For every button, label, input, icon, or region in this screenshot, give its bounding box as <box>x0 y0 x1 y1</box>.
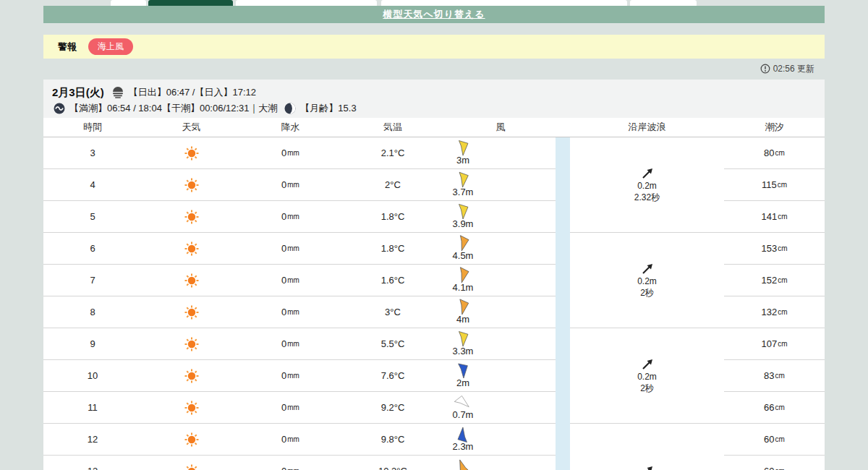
tide-unit: cm <box>778 181 787 189</box>
precip-unit: mm <box>287 181 299 189</box>
time-cell: 13 <box>43 456 142 470</box>
wave-icon <box>54 103 65 114</box>
precip-cell: 0mm <box>241 328 340 360</box>
tide-unit: cm <box>775 467 785 470</box>
time-cell: 7 <box>43 265 142 296</box>
table-row: 13 0mm 10.2°C <box>43 456 825 470</box>
temp-cell: 5.5°C <box>340 328 446 360</box>
switch-layout-link[interactable]: 横型天気へ切り替える <box>383 8 485 21</box>
precip-value: 0 <box>281 434 286 445</box>
sunset-icon <box>111 86 124 99</box>
time-cell: 8 <box>43 296 142 328</box>
time-cell: 12 <box>43 424 142 456</box>
divider-band <box>556 424 570 456</box>
tide-cell: 152cm <box>724 265 825 296</box>
temp-cell: 7.6°C <box>340 360 446 392</box>
top-tab[interactable] <box>630 0 697 6</box>
weather-cell <box>142 456 241 470</box>
tide-cell: 141cm <box>724 201 825 233</box>
sunny-icon <box>184 305 199 320</box>
precip-cell: 0mm <box>241 360 340 392</box>
time-cell: 4 <box>43 169 142 201</box>
top-tab-strip <box>0 0 868 6</box>
top-tab[interactable] <box>381 0 627 6</box>
precip-unit: mm <box>287 149 299 157</box>
wave-cell <box>570 265 724 296</box>
table-header: 時間 天気 降水 気温 風 沿岸波浪 潮汐 <box>43 118 825 137</box>
wind-direction-arrow-icon <box>455 425 471 444</box>
precip-cell: 0mm <box>241 233 340 265</box>
alert-bar: 警報 海上風 <box>43 35 825 59</box>
tide-unit: cm <box>775 435 785 443</box>
top-tab-active[interactable] <box>148 0 233 6</box>
time-cell: 3 <box>43 137 142 169</box>
temp-cell: 9.8°C <box>340 424 446 456</box>
date-title: 2月3日(火) <box>52 86 104 100</box>
precip-unit: mm <box>287 372 299 380</box>
sunny-icon <box>184 432 199 447</box>
tide-unit: cm <box>778 276 787 284</box>
wave-cell <box>570 296 724 328</box>
weather-cell <box>142 265 241 296</box>
time-cell: 5 <box>43 201 142 233</box>
col-header-tide: 潮汐 <box>724 121 825 134</box>
wind-cell: 4.5m <box>446 233 556 265</box>
precip-unit: mm <box>287 308 299 316</box>
wave-cell <box>570 233 724 265</box>
col-header-weather: 天気 <box>142 121 241 134</box>
wind-cell: 0.7m <box>446 392 556 424</box>
moon-phase-icon <box>284 103 296 114</box>
wind-cell <box>446 456 556 470</box>
tide-unit: cm <box>778 213 787 221</box>
weather-cell <box>142 169 241 201</box>
col-header-temp: 気温 <box>340 121 446 134</box>
tide-value: 80 <box>764 148 774 158</box>
tide-value: 141 <box>761 211 777 222</box>
updated-line: 02:56 更新 <box>43 63 825 75</box>
table-row: 9 0mm 5.5°C <box>43 328 825 360</box>
precip-value: 0 <box>281 338 286 349</box>
table-row: 11 0mm 9.2°C <box>43 392 825 424</box>
divider-band <box>556 392 570 424</box>
precip-cell: 0mm <box>241 456 340 470</box>
precip-unit: mm <box>287 340 299 348</box>
precip-value: 0 <box>281 307 286 317</box>
wave-cell <box>570 137 724 169</box>
weather-cell <box>142 424 241 456</box>
top-tab[interactable] <box>111 0 146 6</box>
precip-value: 0 <box>281 179 286 190</box>
precip-cell: 0mm <box>241 201 340 233</box>
precip-value: 0 <box>281 275 286 286</box>
alert-badge-sea-wind[interactable]: 海上風 <box>88 38 133 55</box>
table-row: 10 0mm 7.6°C <box>43 360 825 392</box>
wind-direction-arrow-icon <box>455 139 471 158</box>
tide-unit: cm <box>775 372 785 380</box>
wind-cell: 3.3m <box>446 328 556 360</box>
table-row: 7 0mm 1.6°C <box>43 265 825 296</box>
alert-label: 警報 <box>58 40 77 54</box>
tide-value: 66 <box>764 402 774 413</box>
precip-cell: 0mm <box>241 137 340 169</box>
weather-cell <box>142 360 241 392</box>
precip-unit: mm <box>287 467 299 470</box>
tide-unit: cm <box>778 308 787 316</box>
col-header-wind: 風 <box>446 121 556 134</box>
temp-cell: 2.1°C <box>340 137 446 169</box>
tide-value: 83 <box>764 370 774 381</box>
time-cell: 10 <box>43 360 142 392</box>
precip-unit: mm <box>287 276 299 284</box>
top-tab[interactable] <box>236 0 377 6</box>
wind-direction-arrow-icon <box>455 202 471 221</box>
wind-cell: 3.7m <box>446 169 556 201</box>
sunny-icon <box>184 210 199 224</box>
tide-cell: 83cm <box>724 360 825 392</box>
wave-cell <box>570 392 724 424</box>
table-row: 5 0mm 1.8°C <box>43 201 825 233</box>
sunny-icon <box>184 464 199 470</box>
temp-cell: 2°C <box>340 169 446 201</box>
wave-cell <box>570 424 724 456</box>
wave-cell <box>570 328 724 360</box>
sunny-icon <box>184 337 199 351</box>
divider-band <box>556 265 570 296</box>
weather-cell <box>142 137 241 169</box>
